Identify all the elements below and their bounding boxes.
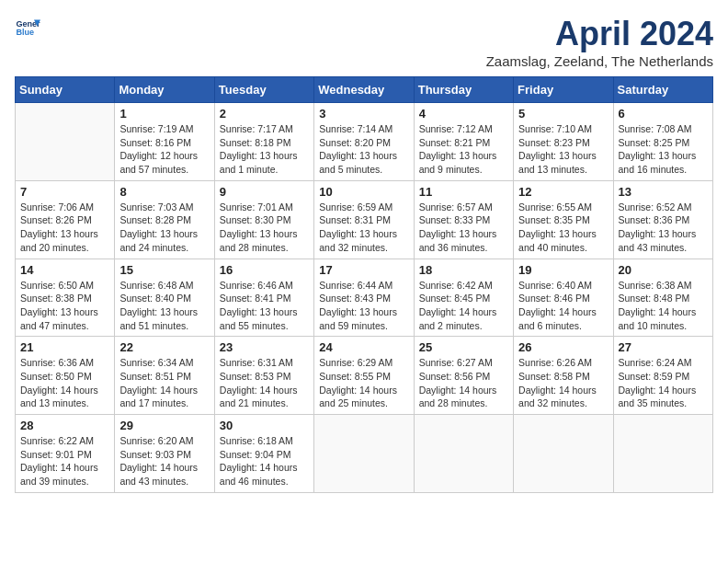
day-info: Sunrise: 6:18 AMSunset: 9:04 PMDaylight:… (220, 434, 309, 488)
day-info: Sunrise: 6:59 AMSunset: 8:31 PMDaylight:… (319, 201, 408, 255)
day-number: 15 (119, 263, 209, 277)
day-number: 10 (319, 185, 408, 199)
day-info: Sunrise: 6:52 AMSunset: 8:36 PMDaylight:… (619, 201, 708, 255)
weekday-header-tuesday: Tuesday (214, 77, 313, 103)
calendar-cell: 8Sunrise: 7:03 AMSunset: 8:28 PMDaylight… (115, 180, 214, 259)
calendar-cell: 19Sunrise: 6:40 AMSunset: 8:46 PMDayligh… (514, 259, 613, 337)
day-info: Sunrise: 6:29 AMSunset: 8:55 PMDaylight:… (319, 356, 408, 410)
day-number: 5 (518, 107, 608, 121)
location: Zaamslag, Zeeland, The Netherlands (486, 53, 713, 69)
day-number: 28 (20, 419, 109, 432)
day-info: Sunrise: 6:48 AMSunset: 8:40 PMDaylight:… (119, 279, 209, 333)
day-info: Sunrise: 6:27 AMSunset: 8:56 PMDaylight:… (419, 356, 508, 410)
week-row-1: 1Sunrise: 7:19 AMSunset: 8:16 PMDaylight… (16, 103, 713, 181)
day-info: Sunrise: 6:40 AMSunset: 8:46 PMDaylight:… (518, 279, 608, 333)
page-header: General Blue April 2024 Zaamslag, Zeelan… (15, 15, 713, 69)
calendar-cell: 22Sunrise: 6:34 AMSunset: 8:51 PMDayligh… (115, 337, 214, 415)
day-number: 27 (619, 340, 708, 354)
day-number: 22 (119, 340, 209, 354)
day-info: Sunrise: 7:01 AMSunset: 8:30 PMDaylight:… (220, 201, 309, 255)
calendar-cell: 9Sunrise: 7:01 AMSunset: 8:30 PMDaylight… (214, 180, 313, 259)
day-number: 20 (619, 263, 708, 277)
day-info: Sunrise: 6:46 AMSunset: 8:41 PMDaylight:… (220, 279, 309, 333)
calendar-cell: 27Sunrise: 6:24 AMSunset: 8:59 PMDayligh… (613, 337, 712, 415)
day-number: 14 (20, 263, 109, 277)
day-info: Sunrise: 6:24 AMSunset: 8:59 PMDaylight:… (619, 356, 708, 410)
weekday-header-sunday: Sunday (16, 77, 115, 103)
calendar-cell: 15Sunrise: 6:48 AMSunset: 8:40 PMDayligh… (115, 259, 214, 337)
weekday-header-monday: Monday (115, 77, 214, 103)
day-info: Sunrise: 6:42 AMSunset: 8:45 PMDaylight:… (419, 279, 508, 333)
day-number: 29 (119, 419, 209, 432)
day-info: Sunrise: 6:36 AMSunset: 8:50 PMDaylight:… (20, 356, 109, 410)
day-number: 17 (319, 263, 408, 277)
day-number: 18 (419, 263, 508, 277)
day-number: 12 (518, 185, 608, 199)
day-number: 1 (119, 107, 209, 121)
calendar-cell: 2Sunrise: 7:17 AMSunset: 8:18 PMDaylight… (214, 103, 313, 181)
day-info: Sunrise: 7:10 AMSunset: 8:23 PMDaylight:… (518, 122, 608, 177)
calendar-cell: 28Sunrise: 6:22 AMSunset: 9:01 PMDayligh… (16, 415, 115, 493)
day-info: Sunrise: 6:44 AMSunset: 8:43 PMDaylight:… (319, 279, 408, 333)
day-number: 26 (518, 340, 608, 354)
day-info: Sunrise: 6:20 AMSunset: 9:03 PMDaylight:… (119, 434, 209, 488)
calendar-cell (514, 415, 613, 493)
calendar-cell: 21Sunrise: 6:36 AMSunset: 8:50 PMDayligh… (16, 337, 115, 415)
day-number: 7 (20, 185, 109, 199)
calendar-cell: 11Sunrise: 6:57 AMSunset: 8:33 PMDayligh… (414, 180, 513, 259)
day-number: 2 (220, 107, 309, 121)
calendar-cell: 16Sunrise: 6:46 AMSunset: 8:41 PMDayligh… (214, 259, 313, 337)
weekday-header-friday: Friday (514, 77, 613, 103)
calendar-cell: 12Sunrise: 6:55 AMSunset: 8:35 PMDayligh… (514, 180, 613, 259)
day-number: 19 (518, 263, 608, 277)
calendar-cell: 24Sunrise: 6:29 AMSunset: 8:55 PMDayligh… (314, 337, 414, 415)
day-info: Sunrise: 7:08 AMSunset: 8:25 PMDaylight:… (619, 122, 708, 177)
day-info: Sunrise: 7:03 AMSunset: 8:28 PMDaylight:… (119, 201, 209, 255)
calendar-cell: 26Sunrise: 6:26 AMSunset: 8:58 PMDayligh… (514, 337, 613, 415)
day-number: 25 (419, 340, 508, 354)
day-info: Sunrise: 6:22 AMSunset: 9:01 PMDaylight:… (20, 434, 109, 488)
day-info: Sunrise: 7:17 AMSunset: 8:18 PMDaylight:… (220, 122, 309, 177)
weekday-header-wednesday: Wednesday (314, 77, 414, 103)
calendar-cell: 23Sunrise: 6:31 AMSunset: 8:53 PMDayligh… (214, 337, 313, 415)
day-info: Sunrise: 7:14 AMSunset: 8:20 PMDaylight:… (319, 122, 408, 177)
calendar-cell: 7Sunrise: 7:06 AMSunset: 8:26 PMDaylight… (16, 180, 115, 259)
weekday-header-saturday: Saturday (613, 77, 712, 103)
calendar-cell: 14Sunrise: 6:50 AMSunset: 8:38 PMDayligh… (16, 259, 115, 337)
day-info: Sunrise: 6:55 AMSunset: 8:35 PMDaylight:… (518, 201, 608, 255)
calendar-cell: 13Sunrise: 6:52 AMSunset: 8:36 PMDayligh… (613, 180, 712, 259)
day-info: Sunrise: 6:31 AMSunset: 8:53 PMDaylight:… (220, 356, 309, 410)
day-info: Sunrise: 6:57 AMSunset: 8:33 PMDaylight:… (419, 201, 508, 255)
day-number: 23 (220, 340, 309, 354)
day-info: Sunrise: 6:34 AMSunset: 8:51 PMDaylight:… (119, 356, 209, 410)
week-row-3: 14Sunrise: 6:50 AMSunset: 8:38 PMDayligh… (16, 259, 713, 337)
calendar-cell: 17Sunrise: 6:44 AMSunset: 8:43 PMDayligh… (314, 259, 414, 337)
calendar-cell: 20Sunrise: 6:38 AMSunset: 8:48 PMDayligh… (613, 259, 712, 337)
calendar-cell: 10Sunrise: 6:59 AMSunset: 8:31 PMDayligh… (314, 180, 414, 259)
day-number: 16 (220, 263, 309, 277)
day-number: 30 (220, 419, 309, 432)
calendar-cell: 1Sunrise: 7:19 AMSunset: 8:16 PMDaylight… (115, 103, 214, 181)
day-info: Sunrise: 7:06 AMSunset: 8:26 PMDaylight:… (20, 201, 109, 255)
calendar-cell: 18Sunrise: 6:42 AMSunset: 8:45 PMDayligh… (414, 259, 513, 337)
day-number: 24 (319, 340, 408, 354)
calendar-cell (414, 415, 513, 493)
day-number: 3 (319, 107, 408, 121)
day-number: 13 (619, 185, 708, 199)
calendar-cell: 3Sunrise: 7:14 AMSunset: 8:20 PMDaylight… (314, 103, 414, 181)
day-number: 11 (419, 185, 508, 199)
day-info: Sunrise: 6:50 AMSunset: 8:38 PMDaylight:… (20, 279, 109, 333)
week-row-5: 28Sunrise: 6:22 AMSunset: 9:01 PMDayligh… (16, 415, 713, 493)
day-number: 4 (419, 107, 508, 121)
day-number: 21 (20, 340, 109, 354)
day-info: Sunrise: 7:19 AMSunset: 8:16 PMDaylight:… (119, 122, 209, 177)
calendar-cell (16, 103, 115, 181)
logo-icon: General Blue (15, 15, 40, 40)
calendar-cell: 6Sunrise: 7:08 AMSunset: 8:25 PMDaylight… (613, 103, 712, 181)
calendar-cell: 25Sunrise: 6:27 AMSunset: 8:56 PMDayligh… (414, 337, 513, 415)
title-block: April 2024 Zaamslag, Zeeland, The Nether… (486, 15, 713, 69)
day-info: Sunrise: 7:12 AMSunset: 8:21 PMDaylight:… (419, 122, 508, 177)
calendar-cell: 30Sunrise: 6:18 AMSunset: 9:04 PMDayligh… (214, 415, 313, 493)
calendar-cell: 4Sunrise: 7:12 AMSunset: 8:21 PMDaylight… (414, 103, 513, 181)
weekday-header-row: SundayMondayTuesdayWednesdayThursdayFrid… (16, 77, 713, 103)
